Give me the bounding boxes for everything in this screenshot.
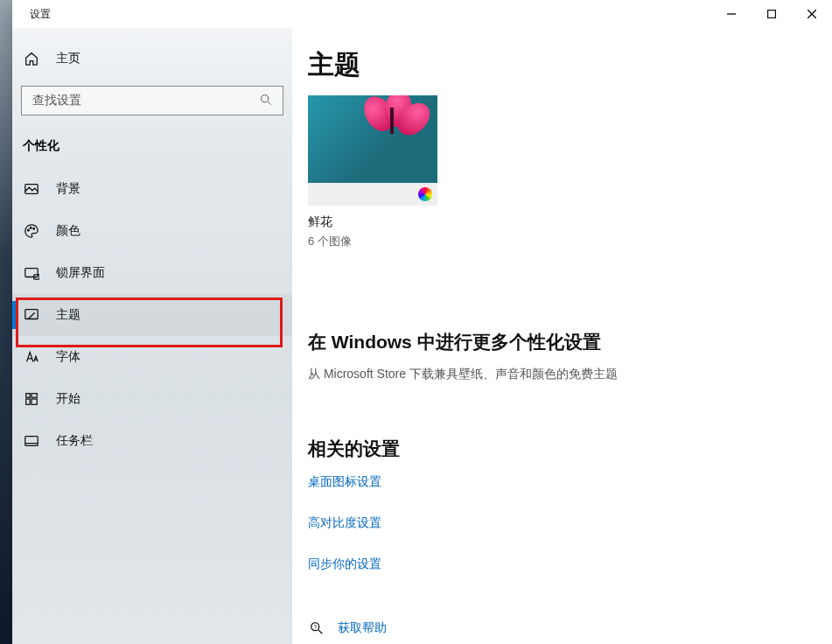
sidebar-item-label: 任务栏 [56, 433, 93, 449]
window-controls [711, 0, 832, 28]
sidebar-item-colors[interactable]: 颜色 [12, 210, 292, 252]
taskbar-icon [23, 432, 40, 450]
sidebar-item-fonts[interactable]: 字体 [12, 336, 292, 378]
svg-rect-13 [26, 394, 31, 398]
search-input[interactable]: 查找设置 [21, 86, 283, 116]
settings-window: 设置 主页 查找设置 [12, 0, 832, 644]
sidebar-item-label: 颜色 [56, 223, 80, 239]
link-sync-settings[interactable]: 同步你的设置 [308, 556, 381, 572]
svg-rect-1 [768, 10, 776, 18]
theme-image-count: 6 个图像 [308, 234, 437, 249]
svg-rect-16 [31, 399, 37, 404]
start-icon [23, 390, 40, 408]
svg-rect-12 [25, 310, 38, 319]
theme-strip [308, 183, 437, 206]
theme-thumbnail [308, 95, 437, 183]
svg-rect-15 [26, 399, 31, 404]
close-button[interactable] [792, 0, 832, 28]
sidebar-home[interactable]: 主页 [12, 40, 292, 77]
get-help-row[interactable]: ? 获取帮助 [308, 620, 832, 637]
minimize-button[interactable] [711, 0, 752, 28]
sidebar-item-label: 锁屏界面 [56, 265, 105, 281]
palette-icon [23, 222, 40, 240]
svg-rect-14 [31, 394, 37, 398]
search-placeholder: 查找设置 [32, 93, 260, 108]
svg-point-7 [28, 229, 30, 231]
svg-point-4 [261, 94, 268, 102]
sidebar-item-label: 背景 [56, 181, 80, 197]
desktop-backdrop [0, 0, 12, 644]
svg-rect-17 [25, 437, 38, 446]
svg-point-8 [30, 228, 31, 229]
theme-name: 鲜花 [308, 214, 437, 230]
link-desktop-icon-settings[interactable]: 桌面图标设置 [308, 474, 381, 490]
brush-icon [23, 306, 40, 324]
svg-text:?: ? [313, 624, 317, 630]
svg-point-9 [33, 228, 35, 229]
color-wheel-icon [418, 187, 432, 201]
home-icon [23, 50, 40, 67]
lockscreen-icon [23, 264, 40, 282]
get-help-label: 获取帮助 [338, 620, 387, 636]
font-icon [23, 348, 40, 366]
sidebar-item-start[interactable]: 开始 [12, 378, 292, 420]
svg-rect-10 [25, 269, 38, 277]
sidebar-category: 个性化 [12, 116, 292, 163]
search-icon [260, 94, 272, 108]
main-pane: 主题 鲜花 6 个图像 在 Windows 中进行更多个性化设置 从 [292, 28, 832, 644]
maximize-button[interactable] [752, 0, 792, 28]
sidebar-item-background[interactable]: 背景 [12, 168, 292, 210]
link-high-contrast-settings[interactable]: 高对比度设置 [308, 515, 381, 531]
sidebar-list: 背景 颜色 锁屏界面 [12, 163, 292, 462]
sidebar-item-label: 开始 [56, 391, 80, 407]
content-area: 主页 查找设置 个性化 背景 [12, 28, 832, 644]
sidebar-item-lockscreen[interactable]: 锁屏界面 [12, 252, 292, 294]
sidebar-item-taskbar[interactable]: 任务栏 [12, 420, 292, 462]
titlebar: 设置 [12, 0, 832, 28]
svg-line-5 [268, 102, 271, 105]
theme-card[interactable]: 鲜花 6 个图像 [308, 95, 437, 249]
window-title: 设置 [12, 7, 51, 22]
sidebar-item-themes[interactable]: 主题 [12, 294, 292, 336]
more-personalization-sub: 从 Microsoft Store 下载兼具壁纸、声音和颜色的免费主题 [308, 367, 832, 382]
sidebar-home-label: 主页 [56, 51, 80, 66]
sidebar: 主页 查找设置 个性化 背景 [12, 28, 292, 644]
picture-icon [23, 180, 40, 198]
help-icon: ? [308, 620, 325, 637]
page-title: 主题 [308, 47, 832, 83]
flower-image [350, 95, 429, 141]
related-settings-heading: 相关的设置 [308, 437, 832, 461]
sidebar-item-label: 主题 [56, 307, 80, 323]
more-personalization-heading: 在 Windows 中进行更多个性化设置 [308, 330, 832, 354]
related-links: 桌面图标设置 高对比度设置 同步你的设置 [308, 473, 832, 597]
sidebar-item-label: 字体 [56, 349, 80, 365]
